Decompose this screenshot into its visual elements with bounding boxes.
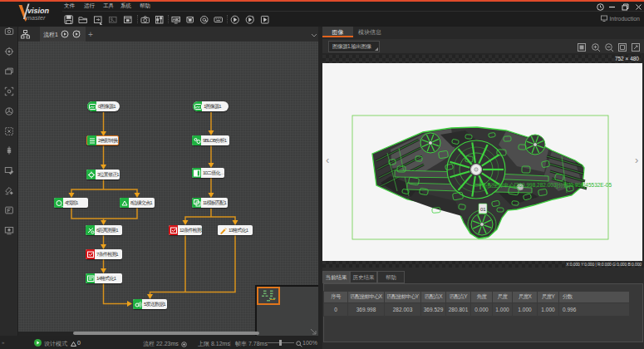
svg-text:匹配坐标中心[369.998,282.003]分数[0.99: 匹配坐标中心[369.998,282.003]分数[0.996]45532E-0… [482,182,612,189]
svg-text:01: 01 [480,207,486,212]
svg-text:master: master [27,14,46,22]
